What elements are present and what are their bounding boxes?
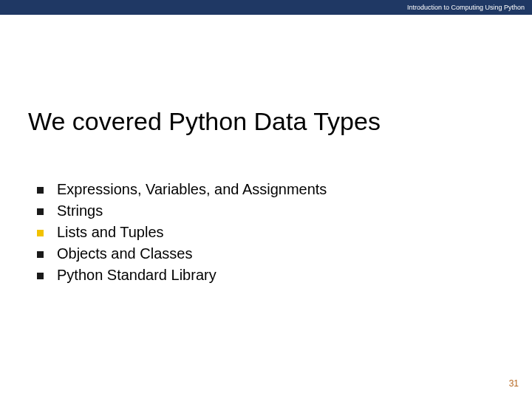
header-bar: Introduction to Computing Using Python bbox=[0, 0, 532, 15]
bullet-text: Strings bbox=[57, 202, 103, 219]
list-item: Python Standard Library bbox=[37, 267, 327, 284]
list-item: Expressions, Variables, and Assignments bbox=[37, 181, 327, 198]
bullet-text: Expressions, Variables, and Assignments bbox=[57, 181, 327, 198]
page-title: We covered Python Data Types bbox=[28, 107, 381, 136]
header-text: Introduction to Computing Using Python bbox=[407, 4, 525, 11]
bullet-text: Objects and Classes bbox=[57, 245, 192, 262]
square-bullet-icon bbox=[37, 208, 44, 215]
list-item: Lists and Tuples bbox=[37, 224, 327, 241]
square-bullet-icon bbox=[37, 230, 44, 236]
list-item: Objects and Classes bbox=[37, 245, 327, 262]
page-number: 31 bbox=[509, 378, 519, 389]
square-bullet-icon bbox=[37, 187, 44, 194]
bullet-list: Expressions, Variables, and Assignments … bbox=[37, 181, 327, 288]
bullet-text: Lists and Tuples bbox=[57, 224, 164, 241]
bullet-text: Python Standard Library bbox=[57, 267, 216, 284]
square-bullet-icon bbox=[37, 273, 44, 279]
square-bullet-icon bbox=[37, 251, 44, 258]
slide: Introduction to Computing Using Python W… bbox=[0, 0, 532, 399]
list-item: Strings bbox=[37, 202, 327, 219]
